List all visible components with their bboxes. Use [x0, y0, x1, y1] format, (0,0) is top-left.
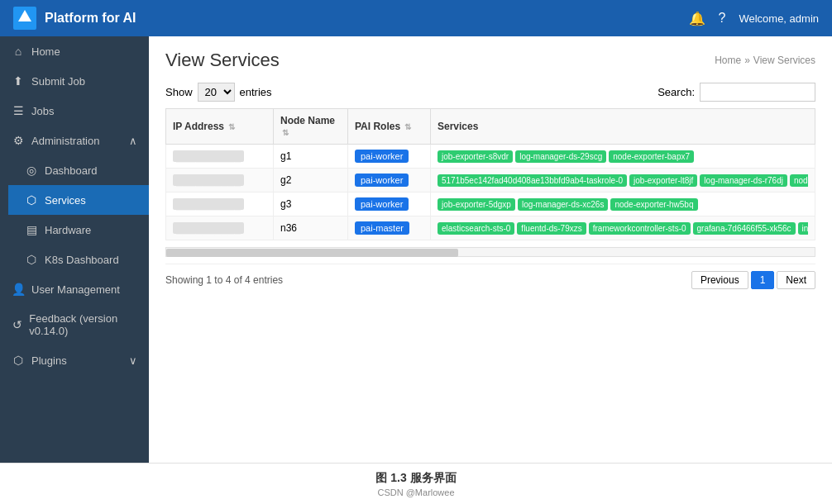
header: Platform for AI 🔔 ? Welcome, admin — [0, 0, 832, 36]
showing-entries: Showing 1 to 4 of 4 entries — [165, 274, 283, 286]
pagination: Previous 1 Next — [691, 271, 815, 289]
welcome-text: Welcome, admin — [739, 12, 819, 25]
service-tag[interactable]: log-manager-ds-xc26s — [518, 198, 609, 211]
breadcrumb-current: View Services — [753, 55, 815, 66]
service-tag[interactable]: job-exporter-5dgxp — [438, 198, 515, 211]
sidebar-label-submit-job: Submit Job — [31, 75, 85, 88]
table-header-row: IP Address ⇅ Node Name ⇅ PAI Roles ⇅ Ser… — [166, 109, 815, 145]
ip-address-blurred: ██████████ — [173, 150, 244, 162]
page-1-button[interactable]: 1 — [751, 271, 775, 289]
table-row: ██████████g1pai-workerjob-exporter-s8vdr… — [166, 145, 815, 169]
k8s-icon: ⬡ — [25, 253, 38, 266]
breadcrumb: Home » View Services — [715, 55, 815, 66]
sidebar-item-user-management[interactable]: 👤 User Management — [0, 274, 149, 304]
admin-icon: ⚙ — [12, 134, 25, 147]
sidebar-item-services[interactable]: ⬡ Services — [8, 185, 149, 215]
table-footer: Showing 1 to 4 of 4 entries Previous 1 N… — [165, 264, 815, 296]
app-title: Platform for AI — [45, 11, 136, 26]
caption-sub: CSDN @Marlowee — [377, 487, 454, 497]
cell-services: job-exporter-5dgxplog-manager-ds-xc26sno… — [431, 193, 815, 216]
hardware-icon: ▤ — [25, 223, 38, 236]
cell-services: job-exporter-s8vdrlog-manager-ds-29scgno… — [431, 145, 815, 169]
page-title: View Services — [165, 50, 280, 71]
service-tag[interactable]: grafana-7d6466f55-xk56c — [693, 222, 796, 235]
ip-address-blurred: ██████████ — [173, 198, 244, 210]
jobs-icon: ☰ — [12, 104, 25, 117]
prev-button[interactable]: Previous — [691, 271, 748, 289]
bell-icon[interactable]: 🔔 — [689, 11, 705, 26]
service-tag[interactable]: job-exporter-lt8jf — [629, 174, 697, 187]
scrollbar-thumb[interactable] — [166, 249, 458, 257]
col-ip-address: IP Address ⇅ — [166, 109, 274, 145]
cell-node: g3 — [274, 193, 348, 216]
home-icon: ⌂ — [12, 45, 25, 58]
sidebar-item-hardware[interactable]: ▤ Hardware — [8, 215, 149, 245]
sidebar-label-feedback: Feedback (version v0.14.0) — [29, 312, 137, 337]
ip-address-blurred: ██████████ — [173, 174, 244, 186]
cell-ip: ██████████ — [166, 193, 274, 216]
entries-select[interactable]: 20 10 50 — [198, 83, 235, 102]
user-icon: 👤 — [12, 283, 25, 296]
search-label: Search: — [657, 86, 695, 98]
sidebar-item-jobs[interactable]: ☰ Jobs — [0, 96, 149, 126]
header-left: Platform for AI — [13, 7, 136, 30]
sidebar-item-administration[interactable]: ⚙ Administration ∧ — [0, 126, 149, 155]
service-tag[interactable]: job-exporter-s8vdr — [438, 150, 513, 163]
plugins-icon: ⬡ — [12, 354, 25, 367]
search-input[interactable] — [700, 83, 815, 102]
sidebar-label-user-management: User Management — [31, 283, 120, 296]
sidebar-item-dashboard[interactable]: ◎ Dashboard — [8, 155, 149, 185]
sidebar-label-jobs: Jobs — [31, 105, 54, 117]
dashboard-icon: ◎ — [25, 164, 38, 177]
sidebar-item-home[interactable]: ⌂ Home — [0, 36, 149, 66]
role-badge: pai-worker — [355, 150, 409, 163]
service-tag[interactable]: internal-st... — [798, 222, 808, 235]
chevron-down-icon: ∨ — [129, 354, 137, 367]
service-tag[interactable]: log-manager-ds-29scg — [515, 150, 606, 163]
services-table: IP Address ⇅ Node Name ⇅ PAI Roles ⇅ Ser… — [165, 108, 815, 240]
service-tag[interactable]: log-manager-ds-r76dj — [700, 174, 787, 187]
cell-node: g1 — [274, 145, 348, 169]
horizontal-scrollbar[interactable] — [165, 247, 815, 257]
sort-icon-node[interactable]: ⇅ — [282, 128, 289, 137]
service-tag[interactable]: node-exporter-bapx7 — [609, 150, 694, 163]
service-tag[interactable]: fluentd-ds-79xzs — [517, 222, 586, 235]
col-services: Services — [431, 109, 815, 145]
service-tag[interactable]: node-export... — [790, 174, 808, 187]
sidebar: ⌂ Home ⬆ Submit Job ☰ Jobs ⚙ Administrat… — [0, 36, 149, 463]
sidebar-item-feedback[interactable]: ↺ Feedback (version v0.14.0) — [0, 304, 149, 345]
breadcrumb-separator: » — [744, 55, 750, 66]
table-row: ██████████n36pai-masterelasticsearch-sts… — [166, 216, 815, 240]
caption-text: 图 1.3 服务界面 — [375, 471, 456, 486]
sort-icon-role[interactable]: ⇅ — [404, 122, 411, 131]
service-tag[interactable]: node-exporter-hw5bq — [610, 198, 697, 211]
sidebar-item-submit-job[interactable]: ⬆ Submit Job — [0, 66, 149, 96]
feedback-icon: ↺ — [12, 318, 22, 331]
sidebar-label-services: Services — [45, 194, 86, 207]
cell-node: g2 — [274, 169, 348, 193]
service-tag[interactable]: 5171b5ec142fad40d408ae13bbfd9ab4-taskrol… — [438, 174, 627, 187]
sort-icon-ip[interactable]: ⇅ — [228, 122, 235, 131]
sidebar-item-k8s[interactable]: ⬡ K8s Dashboard — [8, 245, 149, 274]
cell-ip: ██████████ — [166, 216, 274, 240]
sidebar-label-dashboard: Dashboard — [45, 164, 98, 177]
sidebar-item-plugins[interactable]: ⬡ Plugins ∨ — [0, 345, 149, 375]
cell-ip: ██████████ — [166, 145, 274, 169]
breadcrumb-home[interactable]: Home — [715, 55, 741, 66]
table-row: ██████████g2pai-worker5171b5ec142fad40d4… — [166, 169, 815, 193]
cell-role: pai-master — [348, 216, 431, 240]
cell-services: 5171b5ec142fad40d408ae13bbfd9ab4-taskrol… — [431, 169, 815, 193]
show-label: Show — [165, 86, 193, 98]
sidebar-label-plugins: Plugins — [31, 354, 67, 367]
service-tag[interactable]: elasticsearch-sts-0 — [438, 222, 514, 235]
help-icon[interactable]: ? — [719, 11, 726, 26]
cell-services: elasticsearch-sts-0fluentd-ds-79xzsframe… — [431, 216, 815, 240]
header-right: 🔔 ? Welcome, admin — [689, 11, 819, 26]
show-entries: Show 20 10 50 entries — [165, 83, 272, 102]
table-controls: Show 20 10 50 entries Search: — [165, 83, 815, 102]
sidebar-label-k8s: K8s Dashboard — [45, 254, 119, 266]
page-content: View Services Home » View Services Show … — [149, 36, 832, 463]
next-button[interactable]: Next — [777, 271, 815, 289]
caption-bar: 图 1.3 服务界面 CSDN @Marlowee — [0, 463, 832, 504]
service-tag[interactable]: frameworkcontroller-sts-0 — [589, 222, 691, 235]
